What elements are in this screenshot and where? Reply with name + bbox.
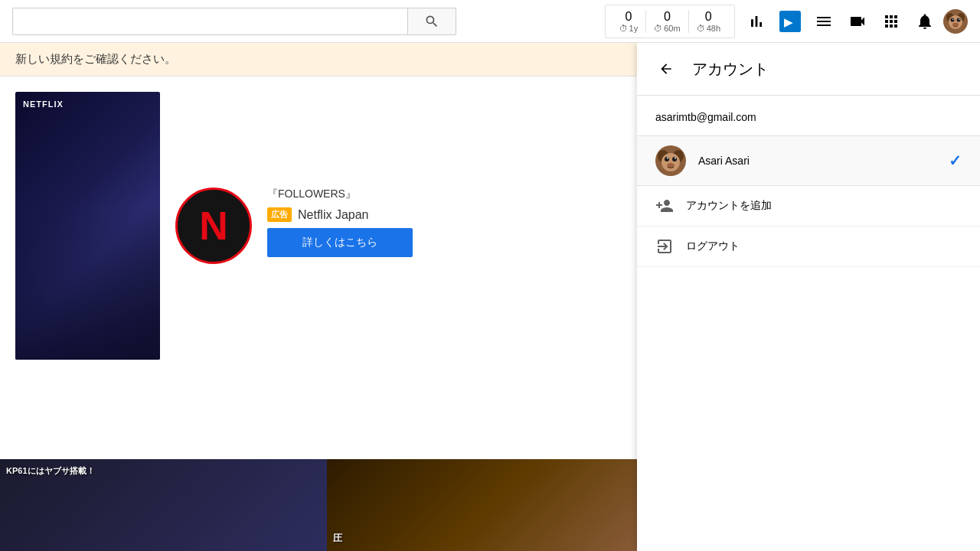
svg-point-7 — [957, 18, 961, 21]
avatar-monkey-icon — [943, 9, 968, 34]
main-content: 新しい規約をご確認ください。 NETFLIX N 『FOLLOWERS』 広告 … — [0, 43, 980, 551]
logout-item[interactable]: ログアウト — [637, 227, 980, 267]
add-account-icon — [655, 197, 674, 215]
channel-top: N 『FOLLOWERS』 広告 Netflix Japan 詳しくはこちら — [175, 187, 413, 264]
svg-point-14 — [662, 153, 680, 171]
svg-point-9 — [959, 18, 960, 20]
svg-point-15 — [665, 157, 669, 161]
followers-tag: 『FOLLOWERS』 — [267, 187, 413, 201]
clock-icon-60m: ⏱ — [654, 24, 662, 33]
create-video-icon — [848, 12, 867, 31]
user-avatar — [655, 145, 686, 176]
user-row[interactable]: Asari Asari ✓ — [637, 136, 980, 186]
logout-icon — [655, 237, 674, 256]
stat-item-48h: 0 ⏱ 48h — [689, 10, 728, 33]
stat-number-1y: 0 — [625, 10, 632, 24]
account-panel: アカウント asarimtb@gmail.com A — [637, 43, 980, 551]
svg-point-6 — [951, 18, 955, 21]
svg-point-8 — [952, 18, 954, 20]
svg-point-17 — [667, 158, 668, 159]
video-thumbnail: NETFLIX — [15, 92, 160, 360]
details-button[interactable]: 詳しくはこちら — [267, 228, 413, 257]
video-thumb-brand: NETFLIX — [23, 99, 64, 109]
thumb-text-2: 圧 — [333, 532, 342, 545]
stat-item-1y: 0 ⏱ 1y — [612, 10, 647, 33]
clock-icon-48h: ⏱ — [697, 24, 705, 33]
stat-number-48h: 0 — [705, 10, 712, 24]
menu-icon — [815, 12, 833, 31]
bar-chart-icon — [747, 12, 766, 31]
logout-label: ログアウト — [686, 240, 740, 253]
channel-text: 『FOLLOWERS』 広告 Netflix Japan 詳しくはこちら — [267, 187, 413, 257]
stat-label-1y: ⏱ 1y — [619, 24, 639, 33]
apps-grid-icon — [882, 12, 900, 31]
account-header: アカウント — [637, 43, 980, 96]
header-right: 0 ⏱ 1y 0 ⏱ 60m 0 ⏱ 48h — [605, 5, 968, 38]
account-title: アカウント — [692, 59, 769, 80]
chart-icon-button[interactable] — [741, 6, 772, 37]
bottom-thumb-2[interactable]: 圧 — [327, 459, 654, 551]
search-input[interactable] — [12, 8, 407, 35]
ad-channel-row: 広告 Netflix Japan — [267, 207, 413, 222]
search-button[interactable] — [407, 8, 456, 35]
notice-text: 新しい規約をご確認ください。 — [15, 52, 176, 65]
svg-point-18 — [675, 158, 676, 159]
back-arrow-icon — [658, 61, 674, 77]
thumb-text-1: KP61にはヤブサ搭載！ — [6, 465, 95, 477]
search-icon — [424, 14, 439, 29]
apps-button[interactable] — [876, 6, 906, 37]
svg-text:▶: ▶ — [784, 15, 793, 28]
ad-badge: 広告 — [267, 207, 292, 222]
add-account-item[interactable]: アカウントを追加 — [637, 186, 980, 227]
stat-label-60m: ⏱ 60m — [654, 24, 680, 33]
checkmark-icon: ✓ — [949, 152, 962, 170]
video-thumb-overlay — [15, 207, 160, 360]
svg-point-16 — [672, 157, 677, 161]
notifications-button[interactable] — [910, 6, 940, 37]
netflix-avatar: N — [175, 187, 252, 264]
yt-studio-icon: ▶ — [779, 11, 801, 32]
search-bar-container — [12, 8, 456, 35]
clock-icon-1y: ⏱ — [619, 24, 628, 33]
stat-label-48h: ⏱ 48h — [697, 24, 720, 33]
create-video-button[interactable] — [842, 6, 873, 37]
add-account-label: アカウントを追加 — [686, 199, 772, 213]
bell-icon — [916, 12, 934, 31]
channel-name: Netflix Japan — [298, 208, 369, 222]
stat-item-60m: 0 ⏱ 60m — [646, 10, 688, 33]
stats-bar: 0 ⏱ 1y 0 ⏱ 60m 0 ⏱ 48h — [605, 5, 735, 38]
account-email: asarimtb@gmail.com — [637, 96, 980, 136]
bottom-thumb-1[interactable]: KP61にはヤブサ搭載！ — [0, 459, 327, 551]
youtube-studio-button[interactable]: ▶ — [775, 6, 805, 37]
avatar-button[interactable] — [943, 9, 968, 34]
netflix-n-logo: N — [199, 203, 228, 249]
back-button[interactable] — [652, 55, 680, 83]
header: 0 ⏱ 1y 0 ⏱ 60m 0 ⏱ 48h — [0, 0, 980, 43]
stat-number-60m: 0 — [664, 10, 671, 24]
user-monkey-avatar-icon — [655, 145, 686, 176]
menu-button[interactable] — [808, 6, 839, 37]
user-name: Asari Asari — [698, 155, 936, 167]
header-left — [12, 8, 605, 35]
